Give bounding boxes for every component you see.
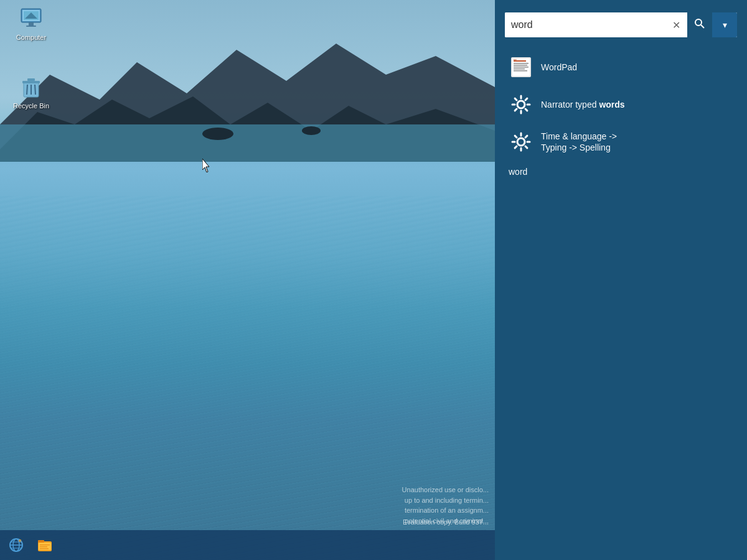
recycle-bin-icon xyxy=(19,75,44,100)
time-language-line1: Time & language -> xyxy=(541,131,617,142)
svg-rect-40 xyxy=(514,70,527,72)
svg-line-60 xyxy=(525,136,527,138)
search-result-wordpad[interactable]: W WordPad xyxy=(505,50,737,85)
search-clear-button[interactable]: ✕ xyxy=(665,12,687,37)
svg-point-5 xyxy=(302,126,321,135)
svg-rect-13 xyxy=(22,81,40,83)
search-result-time-language[interactable]: Time & language -> Typing -> Spelling xyxy=(505,124,737,159)
svg-line-59 xyxy=(525,146,527,148)
svg-rect-3 xyxy=(0,124,495,162)
svg-rect-36 xyxy=(514,63,529,64)
svg-point-31 xyxy=(695,19,702,26)
svg-rect-28 xyxy=(40,544,50,546)
watermark-line1: Unauthorized use or disclo... xyxy=(402,485,489,495)
wordpad-label: WordPad xyxy=(541,62,577,72)
watermark-line3: termination of an assignm... xyxy=(402,505,489,516)
taskbar-icon-internet-explorer[interactable]: e xyxy=(2,531,30,559)
svg-rect-38 xyxy=(514,67,529,68)
search-result-narrator[interactable]: Narrator typed words xyxy=(505,87,737,122)
search-button[interactable] xyxy=(687,12,712,37)
svg-line-61 xyxy=(515,146,517,148)
svg-rect-8 xyxy=(29,22,34,26)
wordpad-result-text: WordPad xyxy=(541,62,577,73)
svg-rect-14 xyxy=(27,78,35,81)
svg-rect-39 xyxy=(514,68,525,70)
svg-line-15 xyxy=(27,85,27,95)
narrator-label-prefix: Narrator typed xyxy=(541,100,599,110)
svg-rect-30 xyxy=(40,548,49,549)
build-info: Evaluation copy. Build 937... xyxy=(403,518,489,526)
watermark-line2: up to and including termin... xyxy=(402,495,489,506)
computer-icon-label: Computer xyxy=(16,34,46,42)
wordpad-icon: W xyxy=(509,55,533,80)
computer-icon xyxy=(19,6,44,31)
svg-text:W: W xyxy=(514,58,517,62)
narrator-gear-icon xyxy=(509,92,533,117)
search-input[interactable] xyxy=(505,12,665,37)
search-panel: ✕ ▾ W xyxy=(495,0,747,560)
desktop-icon-recycle-bin[interactable]: Recycle Bin xyxy=(9,75,53,110)
search-icon xyxy=(694,18,705,32)
svg-line-17 xyxy=(35,85,35,95)
svg-line-48 xyxy=(515,98,517,100)
taskbar: e xyxy=(0,530,495,560)
svg-rect-26 xyxy=(38,540,44,543)
search-box: ✕ ▾ xyxy=(505,12,737,37)
svg-rect-29 xyxy=(40,546,47,548)
time-language-line2: Typing -> Spelling xyxy=(541,142,617,153)
svg-rect-9 xyxy=(26,26,36,27)
clear-icon: ✕ xyxy=(672,19,680,31)
search-dropdown-button[interactable]: ▾ xyxy=(712,12,737,37)
desktop: Computer Recycle Bin Unauthorized use or… xyxy=(0,0,495,560)
recycle-bin-icon-label: Recycle Bin xyxy=(13,102,49,110)
svg-line-32 xyxy=(701,25,704,28)
svg-line-50 xyxy=(525,98,527,100)
svg-rect-37 xyxy=(514,65,527,66)
narrator-label-bold: words xyxy=(599,100,624,110)
time-language-result-text: Time & language -> Typing -> Spelling xyxy=(541,131,617,153)
background-mountains xyxy=(0,0,495,162)
time-language-gear-icon xyxy=(509,129,533,154)
word-badge: word xyxy=(505,164,737,179)
svg-line-58 xyxy=(515,136,517,138)
taskbar-icon-file-explorer[interactable] xyxy=(31,531,59,559)
narrator-result-text: Narrator typed words xyxy=(541,99,625,110)
svg-point-4 xyxy=(202,128,233,140)
svg-line-49 xyxy=(525,109,527,111)
svg-line-51 xyxy=(515,109,517,111)
svg-text:e: e xyxy=(19,538,22,543)
chevron-down-icon: ▾ xyxy=(723,20,727,30)
desktop-icon-computer[interactable]: Computer xyxy=(9,6,53,42)
